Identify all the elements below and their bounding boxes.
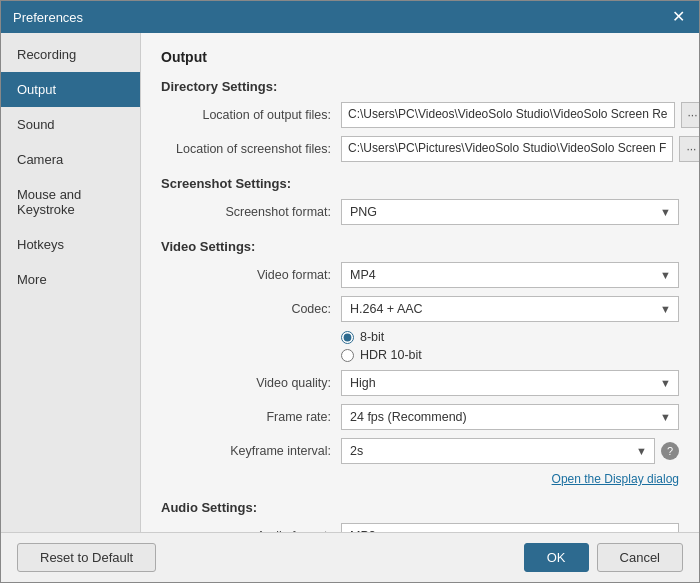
8bit-radio-label[interactable]: 8-bit [341, 330, 422, 344]
screenshot-files-path: C:\Users\PC\Pictures\VideoSolo Studio\Vi… [341, 136, 673, 162]
footer: Reset to Default OK Cancel [1, 532, 699, 582]
audio-format-control: MP3 AAC WAV ▼ [341, 523, 679, 532]
codec-row: Codec: H.264 + AAC H.265 + AAC ▼ [161, 296, 679, 322]
main-content: Output Directory Settings: Location of o… [141, 33, 699, 532]
ok-button[interactable]: OK [524, 543, 589, 572]
keyframe-label: Keyframe interval: [161, 444, 341, 458]
dialog-title: Preferences [13, 10, 83, 25]
sidebar-item-mouse-keystroke[interactable]: Mouse and Keystroke [1, 177, 140, 227]
video-format-wrapper: MP4 AVI MOV ▼ [341, 262, 679, 288]
titlebar: Preferences ✕ [1, 1, 699, 33]
hdr-label: HDR 10-bit [360, 348, 422, 362]
dialog-body: Recording Output Sound Camera Mouse and … [1, 33, 699, 532]
frame-rate-label: Frame rate: [161, 410, 341, 424]
video-quality-wrapper: High Medium Low ▼ [341, 370, 679, 396]
video-format-label: Video format: [161, 268, 341, 282]
bit-depth-control: 8-bit HDR 10-bit [341, 330, 679, 362]
sidebar: Recording Output Sound Camera Mouse and … [1, 33, 141, 532]
sidebar-item-recording[interactable]: Recording [1, 37, 140, 72]
audio-format-row: Audio format: MP3 AAC WAV ▼ [161, 523, 679, 532]
keyframe-control: 2s 4s 6s ▼ ? [341, 438, 679, 464]
video-format-select[interactable]: MP4 AVI MOV [341, 262, 679, 288]
keyframe-row: Keyframe interval: 2s 4s 6s ▼ ? [161, 438, 679, 464]
codec-label: Codec: [161, 302, 341, 316]
output-files-row: Location of output files: C:\Users\PC\Vi… [161, 102, 679, 128]
audio-format-select[interactable]: MP3 AAC WAV [341, 523, 679, 532]
sidebar-item-output[interactable]: Output [1, 72, 140, 107]
output-files-label: Location of output files: [161, 108, 341, 122]
screenshot-files-control: C:\Users\PC\Pictures\VideoSolo Studio\Vi… [341, 136, 699, 162]
audio-format-wrapper: MP3 AAC WAV ▼ [341, 523, 679, 532]
screenshot-format-label: Screenshot format: [161, 205, 341, 219]
audio-section-title: Audio Settings: [161, 500, 679, 515]
frame-rate-row: Frame rate: 24 fps (Recommend) 30 fps 60… [161, 404, 679, 430]
reset-to-default-button[interactable]: Reset to Default [17, 543, 156, 572]
screenshot-format-control: PNG JPG BMP ▼ [341, 199, 679, 225]
page-title: Output [161, 49, 679, 65]
bit-depth-row: 8-bit HDR 10-bit [161, 330, 679, 362]
screenshot-files-dots[interactable]: ··· [679, 136, 699, 162]
close-button[interactable]: ✕ [670, 9, 687, 25]
cancel-button[interactable]: Cancel [597, 543, 683, 572]
output-files-path: C:\Users\PC\Videos\VideoSolo Studio\Vide… [341, 102, 675, 128]
video-quality-select[interactable]: High Medium Low [341, 370, 679, 396]
frame-rate-control: 24 fps (Recommend) 30 fps 60 fps ▼ [341, 404, 679, 430]
sidebar-item-camera[interactable]: Camera [1, 142, 140, 177]
video-section-title: Video Settings: [161, 239, 679, 254]
8bit-radio[interactable] [341, 331, 354, 344]
output-files-control: C:\Users\PC\Videos\VideoSolo Studio\Vide… [341, 102, 699, 128]
screenshot-format-wrapper: PNG JPG BMP ▼ [341, 199, 679, 225]
video-format-control: MP4 AVI MOV ▼ [341, 262, 679, 288]
open-display-dialog-link[interactable]: Open the Display dialog [161, 472, 679, 486]
video-quality-row: Video quality: High Medium Low ▼ [161, 370, 679, 396]
keyframe-wrapper: 2s 4s 6s ▼ [341, 438, 655, 464]
video-quality-control: High Medium Low ▼ [341, 370, 679, 396]
output-files-dots[interactable]: ··· [681, 102, 699, 128]
video-quality-label: Video quality: [161, 376, 341, 390]
keyframe-inner: 2s 4s 6s ▼ ? [341, 438, 679, 464]
preferences-dialog: Preferences ✕ Recording Output Sound Cam… [0, 0, 700, 583]
bit-depth-radio-group: 8-bit HDR 10-bit [341, 330, 422, 362]
8bit-label: 8-bit [360, 330, 384, 344]
sidebar-item-more[interactable]: More [1, 262, 140, 297]
codec-control: H.264 + AAC H.265 + AAC ▼ [341, 296, 679, 322]
sidebar-item-sound[interactable]: Sound [1, 107, 140, 142]
screenshot-format-row: Screenshot format: PNG JPG BMP ▼ [161, 199, 679, 225]
directory-section-title: Directory Settings: [161, 79, 679, 94]
help-icon[interactable]: ? [661, 442, 679, 460]
screenshot-format-select[interactable]: PNG JPG BMP [341, 199, 679, 225]
codec-wrapper: H.264 + AAC H.265 + AAC ▼ [341, 296, 679, 322]
frame-rate-wrapper: 24 fps (Recommend) 30 fps 60 fps ▼ [341, 404, 679, 430]
video-format-row: Video format: MP4 AVI MOV ▼ [161, 262, 679, 288]
codec-select[interactable]: H.264 + AAC H.265 + AAC [341, 296, 679, 322]
screenshot-section-title: Screenshot Settings: [161, 176, 679, 191]
frame-rate-select[interactable]: 24 fps (Recommend) 30 fps 60 fps [341, 404, 679, 430]
hdr-radio-label[interactable]: HDR 10-bit [341, 348, 422, 362]
footer-right-buttons: OK Cancel [524, 543, 683, 572]
sidebar-item-hotkeys[interactable]: Hotkeys [1, 227, 140, 262]
screenshot-files-label: Location of screenshot files: [161, 142, 341, 156]
hdr-radio[interactable] [341, 349, 354, 362]
keyframe-select[interactable]: 2s 4s 6s [341, 438, 655, 464]
screenshot-files-row: Location of screenshot files: C:\Users\P… [161, 136, 679, 162]
